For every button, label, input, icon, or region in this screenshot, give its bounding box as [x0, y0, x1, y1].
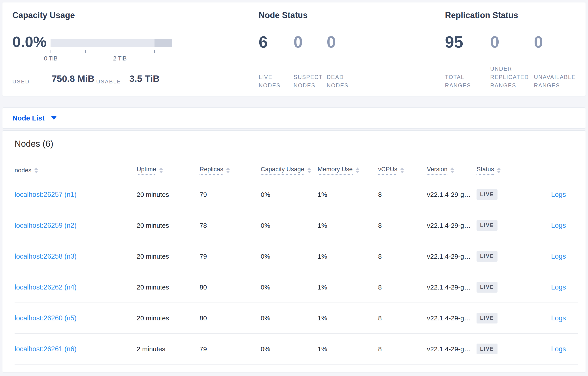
nodes-table-card: Nodes (6) nodes Uptime Replicas Capacity… — [2, 130, 586, 373]
node-table-row: localhost:26261 (n6) 2 minutes 79 0% 1% … — [15, 334, 578, 365]
status-badge: LIVE — [477, 251, 497, 262]
cluster-summary-card: Capacity Usage 0.0% 0 TiB 2 TiB USED 750… — [2, 2, 586, 96]
logs-link[interactable]: Logs — [551, 314, 566, 322]
metric-label: SUSPECTNODES — [294, 73, 327, 90]
status-badge: LIVE — [477, 282, 497, 292]
replicas-cell: 80 — [200, 314, 261, 322]
node-table-row: localhost:26259 (n2) 20 minutes 78 0% 1%… — [15, 210, 578, 241]
capacity-bar-chart: 0 TiB 2 TiB — [51, 39, 172, 63]
replicas-cell: 79 — [200, 345, 261, 353]
metric-label: UNDER-REPLICATEDRANGES — [490, 64, 534, 90]
node-address-link[interactable]: localhost:26257 (n1) — [15, 191, 77, 198]
column-header[interactable]: Uptime — [137, 166, 200, 175]
uptime-cell: 20 minutes — [137, 222, 200, 229]
logs-link[interactable]: Logs — [551, 252, 566, 260]
capacity-percent-value: 0.0% — [12, 33, 47, 51]
logs-link[interactable]: Logs — [551, 191, 566, 198]
sort-icon — [226, 167, 230, 173]
capacity-usage-cell: 0% — [261, 345, 318, 353]
node-table-header: nodes Uptime Replicas Capacity Usage Mem… — [15, 162, 578, 179]
node-table-row: localhost:26260 (n5) 20 minutes 80 0% 1%… — [15, 303, 578, 334]
memory-use-cell: 1% — [318, 222, 378, 229]
metric-value: 0 — [490, 33, 534, 51]
node-address-link[interactable]: localhost:26261 (n6) — [15, 345, 77, 353]
capacity-usage-title: Capacity Usage — [12, 10, 75, 20]
node-list-dropdown[interactable]: Node List — [12, 114, 56, 122]
vcpus-cell: 8 — [378, 253, 427, 260]
caret-down-icon — [51, 116, 56, 120]
node-list-dropdown-label: Node List — [12, 114, 45, 122]
node-address-link[interactable]: localhost:26258 (n3) — [15, 252, 77, 260]
sort-icon — [400, 167, 404, 173]
capacity-usage-cell: 0% — [261, 222, 318, 229]
vcpus-cell: 8 — [378, 191, 427, 198]
sort-icon — [159, 167, 163, 173]
sort-icon — [497, 167, 501, 173]
column-header[interactable]: nodes — [15, 167, 137, 174]
node-table-row: localhost:26257 (n1) 20 minutes 79 0% 1%… — [15, 179, 578, 210]
sort-icon — [34, 167, 38, 173]
memory-use-cell: 1% — [318, 253, 378, 260]
node-status-section: Node Status 600LIVENODESSUSPECTNODESDEAD… — [259, 2, 435, 96]
node-table-row: localhost:26258 (n3) 20 minutes 79 0% 1%… — [15, 241, 578, 272]
vcpus-cell: 8 — [378, 222, 427, 229]
capacity-usage-cell: 0% — [261, 314, 318, 322]
node-status-title: Node Status — [259, 10, 308, 20]
node-address-link[interactable]: localhost:26260 (n5) — [15, 314, 77, 322]
used-value: 750.8 MiB — [52, 73, 94, 84]
metric-value: 0 — [327, 33, 348, 51]
replicas-cell: 80 — [200, 283, 261, 291]
column-header[interactable]: Version — [427, 166, 477, 175]
used-label: USED — [12, 79, 30, 85]
vcpus-cell: 8 — [378, 283, 427, 291]
version-cell: v22.1.4-29-g… — [427, 283, 477, 291]
uptime-cell: 20 minutes — [137, 283, 200, 291]
status-badge: LIVE — [477, 344, 497, 354]
column-header[interactable]: Status — [477, 166, 531, 175]
sort-icon — [356, 167, 359, 173]
metric-label: TOTALRANGES — [445, 73, 490, 90]
metric-label: UNAVAILABLERANGES — [534, 73, 576, 90]
logs-link[interactable]: Logs — [551, 283, 566, 291]
version-cell: v22.1.4-29-g… — [427, 253, 477, 260]
vcpus-cell: 8 — [378, 345, 427, 353]
version-cell: v22.1.4-29-g… — [427, 191, 477, 198]
replication-status-metrics: 9500TOTALRANGESUNDER-REPLICATEDRANGESUNA… — [445, 33, 576, 90]
replication-status-title: Replication Status — [445, 10, 518, 20]
vcpus-cell: 8 — [378, 314, 427, 322]
capacity-usage-section: Capacity Usage 0.0% 0 TiB 2 TiB USED 750… — [12, 2, 251, 96]
axis-tick-label: 2 TiB — [113, 55, 127, 62]
nodes-section-title: Nodes (6) — [15, 138, 578, 149]
axis-tick-label: 0 TiB — [44, 55, 58, 62]
uptime-cell: 20 minutes — [137, 314, 200, 322]
replicas-cell: 79 — [200, 253, 261, 260]
capacity-bar-nonusable-segment — [155, 39, 172, 47]
capacity-usage-cell: 0% — [261, 191, 318, 198]
axis-tick — [154, 50, 155, 53]
status-badge: LIVE — [477, 220, 497, 231]
axis-tick — [51, 50, 51, 53]
column-header[interactable]: Capacity Usage — [261, 166, 318, 175]
logs-link[interactable]: Logs — [551, 345, 566, 353]
version-cell: v22.1.4-29-g… — [427, 314, 477, 322]
node-address-link[interactable]: localhost:26259 (n2) — [15, 221, 77, 229]
usable-label: USABLE — [96, 79, 121, 85]
node-status-metrics: 600LIVENODESSUSPECTNODESDEADNODES — [259, 33, 348, 90]
usable-value: 3.5 TiB — [129, 73, 160, 84]
metric-value: 0 — [534, 33, 576, 51]
capacity-bar — [51, 39, 172, 47]
metric-value: 0 — [294, 33, 327, 51]
capacity-usage-cell: 0% — [261, 253, 318, 260]
column-header[interactable]: Memory Use — [318, 166, 378, 175]
sort-icon — [451, 167, 454, 173]
column-header[interactable]: Replicas — [200, 166, 261, 175]
axis-tick — [85, 50, 86, 53]
axis-tick — [120, 50, 120, 53]
memory-use-cell: 1% — [318, 345, 378, 353]
node-address-link[interactable]: localhost:26262 (n4) — [15, 283, 77, 291]
logs-link[interactable]: Logs — [551, 221, 566, 229]
metric-label: LIVENODES — [259, 73, 294, 90]
column-header[interactable]: vCPUs — [378, 166, 427, 175]
node-table-body: localhost:26257 (n1) 20 minutes 79 0% 1%… — [15, 179, 578, 365]
version-cell: v22.1.4-29-g… — [427, 345, 477, 353]
